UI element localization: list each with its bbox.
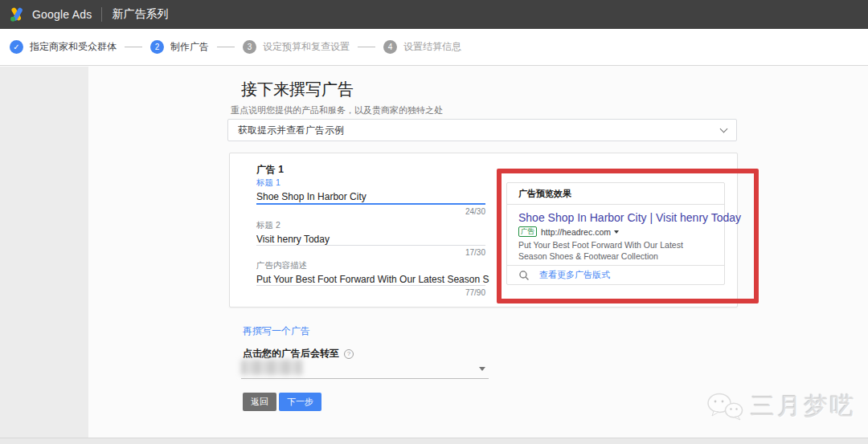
bottom-background-strip <box>0 438 868 444</box>
description-field[interactable]: 广告内容描述 Put Your Best Foot Forward With O… <box>256 260 485 271</box>
step-define-business[interactable]: ✓ 指定商家和受众群体 <box>10 40 117 54</box>
redacted-destination-value <box>241 360 302 375</box>
step-connector <box>358 47 375 47</box>
step-connector <box>217 47 235 47</box>
wechat-icon <box>706 392 744 422</box>
description-label: 广告内容描述 <box>256 260 485 271</box>
ad-card-title: 广告 1 <box>256 163 284 177</box>
dropdown-caret-icon <box>479 367 485 371</box>
headline2-label: 标题 2 <box>256 220 485 231</box>
headline2-underline <box>256 245 485 246</box>
destination-dropdown[interactable] <box>241 358 489 379</box>
step-number-badge: 3 <box>243 40 256 54</box>
next-button[interactable]: 下一步 <box>279 393 321 411</box>
description-underline <box>256 285 485 286</box>
preview-description: Put Your Best Foot Forward With Our Late… <box>518 239 707 262</box>
description-input[interactable]: Put Your Best Foot Forward With Our Late… <box>256 274 489 285</box>
step-set-budget[interactable]: 3 设定预算和复查设置 <box>243 40 350 54</box>
google-ads-logo-icon <box>8 6 26 22</box>
tips-dropdown-label: 获取提示并查看广告示例 <box>238 124 721 137</box>
description-counter: 77/90 <box>256 288 485 297</box>
step-label: 设置结算信息 <box>403 40 461 54</box>
campaign-title: 新广告系列 <box>112 7 168 22</box>
headline1-underline <box>256 203 485 205</box>
step-number-badge: 2 <box>150 40 164 54</box>
step-connector <box>125 47 142 47</box>
preview-url: http://headrec.com <box>541 227 611 237</box>
headline2-counter: 17/30 <box>256 248 485 257</box>
headline1-counter: 24/30 <box>256 207 485 216</box>
progress-stepper: ✓ 指定商家和受众群体 2 制作广告 3 设定预算和复查设置 4 设置结算信息 <box>0 29 868 66</box>
google-ads-new-campaign-page: Google Ads 新广告系列 ✓ 指定商家和受众群体 2 制作广告 3 设定… <box>0 0 868 444</box>
headline2-field[interactable]: 标题 2 Visit henry Today 17/30 <box>256 220 485 231</box>
topbar: Google Ads 新广告系列 <box>0 0 868 29</box>
ad-badge: 广告 <box>518 226 537 237</box>
watermark: 三月梦呓 <box>706 390 857 423</box>
preview-url-row: 广告 http://headrec.com <box>518 226 713 237</box>
headline1-field[interactable]: 标题 1 Shoe Shop In Harbor City 24/30 <box>256 177 485 189</box>
page-subtitle: 重点说明您提供的产品和服务，以及贵商家的独特之处 <box>231 104 443 116</box>
step-billing-info[interactable]: 4 设置结算信息 <box>383 40 461 54</box>
headline2-input[interactable]: Visit henry Today <box>256 234 489 245</box>
step-label: 设定预算和复查设置 <box>263 40 350 54</box>
page-title: 接下来撰写广告 <box>241 79 354 100</box>
search-icon <box>518 270 530 281</box>
topbar-divider <box>101 7 102 22</box>
brand-name: Google Ads <box>32 8 92 21</box>
preview-header: 广告预览效果 <box>507 183 724 205</box>
step-label: 制作广告 <box>170 40 209 54</box>
step-create-ad[interactable]: 2 制作广告 <box>150 40 209 54</box>
step-number-badge: 4 <box>383 40 397 54</box>
step-label: 指定商家和受众群体 <box>30 40 117 54</box>
url-caret-icon <box>614 230 619 234</box>
more-formats-label: 查看更多广告版式 <box>539 269 610 281</box>
help-icon[interactable]: ? <box>344 349 354 359</box>
left-background-strip <box>0 67 88 438</box>
ad-preview-panel: 广告预览效果 Shoe Shop In Harbor City | Visit … <box>506 182 725 285</box>
watermark-text: 三月梦呓 <box>751 390 857 423</box>
tips-dropdown[interactable]: 获取提示并查看广告示例 <box>227 119 737 141</box>
preview-body: Shoe Shop In Harbor City | Visit henry T… <box>507 205 724 265</box>
step-done-check-icon: ✓ <box>10 40 23 54</box>
more-formats-button[interactable]: 查看更多广告版式 <box>507 265 724 284</box>
preview-ad-title: Shoe Shop In Harbor City | Visit henry T… <box>518 211 713 224</box>
chevron-down-icon <box>720 124 728 132</box>
headline1-label: 标题 1 <box>256 177 485 189</box>
write-another-ad-link[interactable]: 再撰写一个广告 <box>243 324 310 338</box>
headline1-input[interactable]: Shoe Shop In Harbor City <box>256 191 489 202</box>
back-button[interactable]: 返回 <box>243 393 276 411</box>
